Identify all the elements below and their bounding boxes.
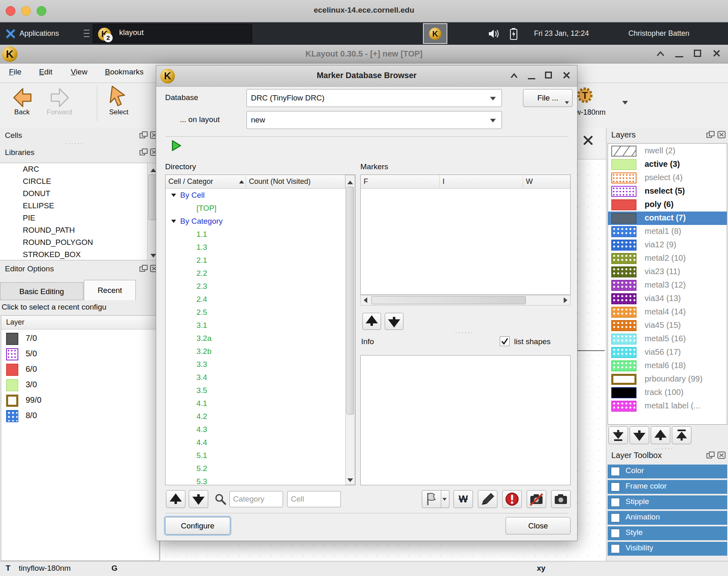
toolbox-row-stipple[interactable]: Stipple [608,495,727,509]
layer-style-swatch[interactable] [611,186,636,197]
library-item[interactable]: ROUND_POLYGON [0,236,160,249]
layers-row-metal2[interactable]: metal2 (10) [608,252,727,265]
layer-style-swatch[interactable] [611,172,636,183]
tree-item-row[interactable]: 4.1 [166,397,345,410]
layout-combobox[interactable]: new [246,111,502,129]
close-dialog-icon[interactable] [563,72,570,79]
layers-row-active[interactable]: active (3) [608,158,727,171]
next-marker-button[interactable] [385,313,403,330]
edit-marker-button[interactable] [478,490,497,508]
toolbox-checkbox[interactable] [611,529,620,538]
status-technology[interactable]: tinyflow-180nm [19,564,71,573]
library-item[interactable]: STROKED_BOX [0,249,160,260]
layers-row-metal4[interactable]: metal4 (14) [608,305,727,319]
toolbox-checkbox[interactable] [611,513,620,522]
move-layer-top-button[interactable] [672,426,691,444]
move-layer-up-button[interactable] [651,426,670,444]
recent-config-hint[interactable]: Click to select a recent configu [2,303,160,314]
layers-row-nselect[interactable]: nselect (5) [608,185,727,198]
tree-item-row[interactable]: 4.4 [166,436,345,449]
layer-style-swatch[interactable] [611,146,636,157]
layers-row-pselect[interactable]: pselect (4) [608,171,727,185]
layers-row-via56[interactable]: via56 (17) [608,346,727,359]
tree-group-row[interactable]: By Cell [166,189,345,202]
flag-marker-button[interactable] [422,490,441,508]
close-button[interactable]: Close [506,517,571,535]
waive-marker-button[interactable]: W [453,490,473,508]
panel-splitter[interactable]: ······ [65,140,84,146]
column-header-count[interactable]: Count (Not Visited) [246,175,345,189]
toolbox-row-visibility[interactable]: Visibility [608,542,727,556]
tree-item-row[interactable]: 3.2b [166,345,345,358]
window-titlebar[interactable]: K KLayout 0.30.5 - [+] new [TOP] [0,45,728,63]
tree-item-row[interactable]: 1.1 [166,228,345,241]
layers-row-prboundary[interactable]: prboundary (99) [608,373,727,386]
battery-icon[interactable] [509,28,518,40]
tree-item-row[interactable]: 2.3 [166,280,345,293]
layers-row-metal1[interactable]: metal1 (8) [608,225,727,238]
tree-item-row[interactable]: 5.2 [166,462,345,475]
close-search-icon[interactable] [583,135,593,146]
rerun-play-icon[interactable] [171,140,182,152]
layers-row-via23[interactable]: via23 (11) [608,265,727,279]
recent-layer-row[interactable]: 99/0 [1,393,159,408]
column-header-w[interactable]: W [523,175,570,189]
layer-style-swatch[interactable] [611,240,636,251]
minimize-window-icon[interactable] [675,56,683,57]
layer-style-swatch[interactable] [611,266,636,277]
list-shapes-checkbox[interactable] [500,336,510,346]
layers-row-contact[interactable]: contact (7) [608,212,727,225]
cell-filter-input[interactable] [287,491,341,507]
layers-row-via34[interactable]: via34 (13) [608,292,727,305]
layers-row-metal5[interactable]: metal5 (16) [608,332,727,346]
layers-row-via45[interactable]: via45 (15) [608,319,727,332]
tab-basic-editing[interactable]: Basic Editing [0,282,83,300]
snapshot-button[interactable] [551,490,571,508]
close-panel-icon[interactable] [717,451,726,459]
forward-button-label[interactable]: Forward [43,108,76,116]
expanded-triangle-icon[interactable] [171,194,176,197]
important-marker-button[interactable] [502,490,522,508]
select-icon[interactable] [107,85,131,110]
layers-row-metal1[interactable]: metal1 label (... [608,399,727,413]
expanded-triangle-icon[interactable] [171,220,176,223]
column-header-cell-category[interactable]: Cell / Categor [166,175,246,189]
file-menu-button[interactable]: File ... [523,89,573,107]
tree-item-row[interactable]: 3.2a [166,332,345,345]
layer-style-swatch[interactable] [611,387,636,398]
library-item[interactable]: ELLIPSE [0,200,160,212]
library-item[interactable]: ARC [0,163,160,175]
move-layer-bottom-button[interactable] [608,426,628,444]
toolbox-checkbox[interactable] [611,467,620,476]
layer-style-swatch[interactable] [611,360,636,371]
menu-edit[interactable]: Edit [39,68,52,76]
column-header-flag[interactable]: F [361,175,440,189]
category-filter-input[interactable] [229,491,283,507]
layer-style-swatch[interactable] [611,320,636,331]
back-button-label[interactable]: Back [6,108,38,116]
tree-item-row[interactable]: 2.1 [166,254,345,267]
recent-layer-row[interactable]: 6/0 [1,362,159,377]
tree-down-button[interactable] [189,490,208,508]
close-window-icon[interactable] [713,49,721,57]
recent-layer-row[interactable]: 5/0 [1,347,159,362]
tree-item-row[interactable]: 3.4 [166,371,345,384]
library-item[interactable]: DONUT [0,188,160,200]
menu-view[interactable]: View [71,68,87,76]
layers-row-track[interactable]: track (100) [608,386,727,399]
layer-style-swatch[interactable] [611,307,636,318]
technology-icon[interactable]: T [575,85,595,106]
toolbox-row-style[interactable]: Style [608,526,727,540]
float-panel-icon[interactable] [706,451,715,459]
close-panel-icon[interactable] [717,131,726,139]
layer-style-swatch[interactable] [611,334,636,345]
directory-scrollbar[interactable] [345,175,355,485]
forward-icon[interactable] [48,86,72,109]
layer-style-swatch[interactable] [611,253,636,264]
maximize-dialog-icon[interactable] [545,72,552,79]
layer-style-swatch[interactable] [611,401,636,412]
applications-menu[interactable]: Applications [20,22,59,45]
maximize-window-icon[interactable] [694,50,701,57]
layers-row-metal3[interactable]: metal3 (12) [608,279,727,292]
tab-recent[interactable]: Recent [84,280,136,300]
